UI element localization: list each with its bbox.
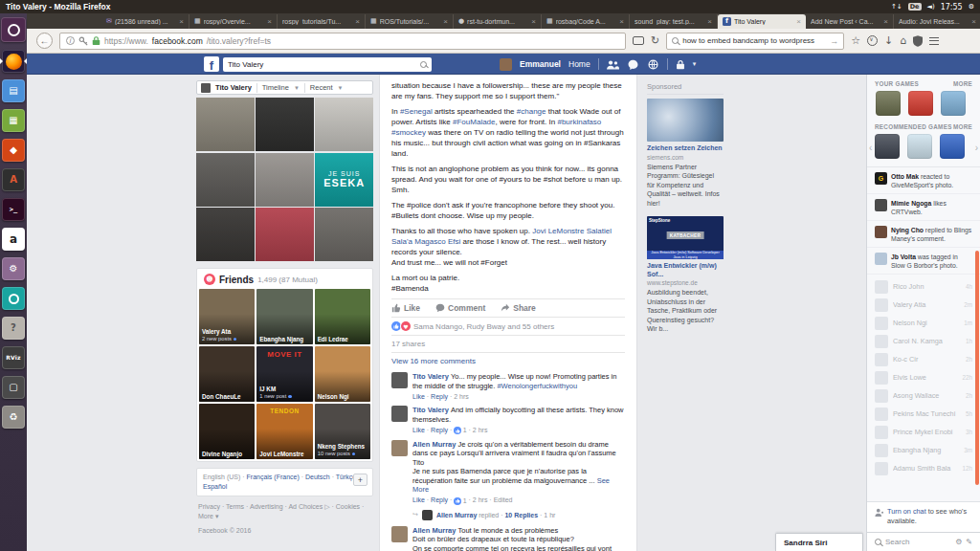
friend-tile[interactable]: Don ChaeuLe <box>199 346 255 402</box>
browser-tab[interactable]: Audio: Jovi Releas...× <box>894 14 980 29</box>
comment-like-link[interactable]: Like <box>412 427 425 433</box>
chat-contact-row[interactable]: Elvis Lowe22h <box>867 368 980 386</box>
comment-reply-link[interactable]: Reply <box>431 393 448 400</box>
language-link[interactable]: Français (France) <box>247 474 300 480</box>
close-tab-icon[interactable]: × <box>531 17 536 26</box>
photo-thumb[interactable] <box>196 153 255 207</box>
chat-contact-row[interactable]: Ko-c Cir2h <box>867 350 980 368</box>
comment-reply-link[interactable]: Reply <box>431 427 448 433</box>
avatar[interactable] <box>391 526 408 542</box>
language-link[interactable]: Deutsch <box>305 474 330 480</box>
friend-tile[interactable]: Nelson Ngi <box>315 346 370 402</box>
launcher-software[interactable]: ◆ <box>2 139 25 162</box>
pocket-icon[interactable] <box>867 35 878 46</box>
browser-tab[interactable]: fTito Valery× <box>718 14 806 29</box>
browser-tab[interactable]: ●rst-tu-dortmun...× <box>454 14 542 29</box>
comment-reply-link[interactable]: Reply <box>431 496 448 503</box>
view-more-comments-link[interactable]: View 16 more comments <box>391 352 625 369</box>
friend-tile[interactable]: Edi Ledrae <box>315 289 370 344</box>
close-tab-icon[interactable]: × <box>883 17 888 26</box>
friends-title[interactable]: Friends <box>219 275 254 285</box>
footer-link[interactable]: More <box>198 513 213 519</box>
chat-window-tab[interactable]: Sandrra Siri <box>775 533 863 551</box>
launcher-rviz[interactable]: RViz <box>2 346 25 369</box>
friend-tile[interactable]: TENDONJovi LeMonstre <box>256 404 312 459</box>
chat-contact-row[interactable]: Valery Atia2m <box>867 296 980 314</box>
messages-icon[interactable] <box>627 59 639 70</box>
chat-contact-row[interactable]: Ebangha Njang3m <box>867 441 980 459</box>
game-tile[interactable] <box>940 134 965 159</box>
search-go-icon[interactable]: → <box>830 36 838 46</box>
photo-thumb[interactable] <box>315 98 373 151</box>
ticker-item[interactable]: Mimie Ngoga likes CRTVweb. <box>867 194 980 221</box>
ticker-item[interactable]: Jb Volta was tagged in Slow G Borbor's p… <box>867 248 980 275</box>
web-search-input[interactable]: how to embed bandcamp to wordpress → <box>666 33 844 50</box>
footer-link[interactable]: Cookies <box>336 503 360 510</box>
photo-thumb[interactable] <box>256 98 314 151</box>
chat-contact-row[interactable]: Rico John4h <box>867 277 980 296</box>
launcher-help[interactable]: ? <box>2 317 25 340</box>
game-tile[interactable] <box>876 91 901 116</box>
close-tab-icon[interactable]: × <box>619 17 624 26</box>
launcher-terminal[interactable]: >_ <box>2 198 25 221</box>
bookmark-star-icon[interactable]: ☆ <box>851 35 860 46</box>
url-bar[interactable]: i https://www.facebook.com/tito.valery?f… <box>59 33 626 50</box>
facebook-search-input[interactable]: Tito Valery <box>223 57 432 72</box>
avatar[interactable] <box>391 372 408 388</box>
comment-like-count[interactable]: 1 <box>454 426 466 435</box>
account-menu-caret-icon[interactable]: ▾ <box>693 60 697 68</box>
notifications-globe-icon[interactable] <box>647 59 659 70</box>
launcher-dash[interactable] <box>1 17 26 42</box>
gear-icon[interactable]: ⚙ <box>955 538 962 546</box>
close-tab-icon[interactable]: × <box>971 17 976 26</box>
launcher-firefox[interactable] <box>2 50 25 73</box>
commenter-name[interactable]: Tito Valery <box>412 406 451 414</box>
reader-mode-icon[interactable] <box>633 36 644 45</box>
browser-tab[interactable]: rospy_tutorials/Tu...× <box>278 14 366 29</box>
reply-thread-link[interactable]: ↪Allen Murray replied · 10 Replies · 1 h… <box>412 510 625 520</box>
footer-link[interactable]: Advertising <box>250 503 283 510</box>
close-tab-icon[interactable]: × <box>267 17 272 26</box>
chat-contact-row[interactable]: Asong Wallace2h <box>867 386 980 405</box>
browser-tab[interactable]: ✉(21586 unread) ...× <box>101 14 189 29</box>
share-count[interactable]: 17 shares <box>391 335 625 352</box>
footer-link[interactable]: Ad Choices <box>288 503 323 510</box>
privacy-shortcuts-icon[interactable] <box>676 59 685 70</box>
avatar[interactable] <box>391 440 408 456</box>
like-button[interactable]: Like <box>391 303 420 313</box>
photo-thumb[interactable] <box>256 208 314 261</box>
ticker-item[interactable]: Nying Cho replied to Blings Maney's comm… <box>867 221 980 248</box>
game-tile[interactable] <box>908 91 933 116</box>
share-button[interactable]: Share <box>501 303 536 313</box>
lock-icon[interactable] <box>92 35 100 46</box>
browser-tab[interactable]: ▦ROS/Tutorials/...× <box>366 14 454 29</box>
add-language-button[interactable]: + <box>353 474 368 486</box>
ad-title[interactable]: Java Entwickler (m/w) Sof... <box>647 262 724 278</box>
close-tab-icon[interactable]: × <box>179 17 184 26</box>
reactions-row[interactable]: ♥ Sama Ndango, Rudy Bway and 55 others <box>391 317 625 335</box>
downloads-icon[interactable]: ↓ <box>884 35 893 46</box>
profile-link[interactable]: Emmanuel <box>520 59 561 69</box>
facebook-logo[interactable]: f <box>204 56 219 72</box>
home-icon[interactable]: ⌂ <box>900 35 906 46</box>
game-tile[interactable] <box>907 134 932 159</box>
sponsored-ad[interactable]: StepStoneKATBACHERJava Entwickler (m/w) … <box>647 216 724 334</box>
chat-contact-row[interactable]: Prince Mykel Enobi3h <box>867 423 980 441</box>
turn-on-chat-link[interactable]: Turn on chat <box>887 507 926 516</box>
friend-tile[interactable]: Nkeng Stephens10 new posts <box>315 404 370 459</box>
footer-link[interactable]: Terms <box>226 503 244 510</box>
commenter-name[interactable]: Allen Murray <box>412 526 458 535</box>
friend-tile[interactable]: MOVE ITIJ KM1 new post <box>256 346 312 402</box>
comment-like-link[interactable]: Like <box>412 496 425 503</box>
launcher-app-a[interactable]: A <box>2 168 25 191</box>
browser-tab[interactable]: ▦rospy/Overvie...× <box>189 14 278 29</box>
chat-search-bar[interactable]: Search ⚙ ✎ <box>867 532 980 551</box>
profile-name-tab[interactable]: Tito Valery <box>215 83 252 92</box>
game-tile[interactable] <box>875 134 900 159</box>
profile-avatar[interactable] <box>201 83 211 93</box>
launcher-calc[interactable]: ▦ <box>2 109 25 132</box>
close-tab-icon[interactable]: × <box>796 17 801 26</box>
close-tab-icon[interactable]: × <box>707 17 712 26</box>
commenter-name[interactable]: Tito Valery <box>412 372 451 381</box>
compose-icon[interactable]: ✎ <box>966 538 972 546</box>
